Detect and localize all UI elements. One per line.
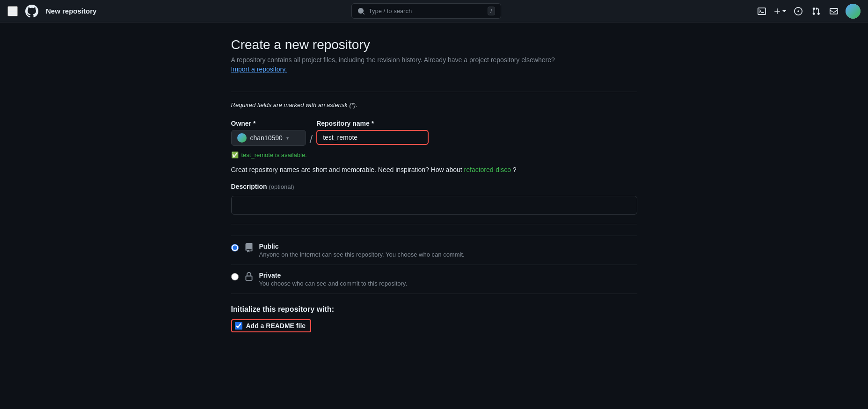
public-option: Public Anyone on the internet can see th…: [231, 236, 637, 265]
divider-2: [231, 224, 637, 224]
readme-label: Add a README file: [246, 322, 306, 330]
user-avatar[interactable]: [846, 4, 861, 19]
owner-value: chan10590: [250, 134, 283, 142]
readme-checkbox[interactable]: [235, 322, 242, 330]
private-option: Private You choose who can see and commi…: [231, 265, 637, 294]
issues-button[interactable]: [792, 5, 804, 17]
public-icon: [244, 243, 254, 255]
private-radio[interactable]: [231, 273, 239, 280]
page-subtitle: A repository contains all project files,…: [231, 56, 637, 64]
init-title: Initialize this repository with:: [231, 305, 637, 314]
import-link[interactable]: Import a repository.: [231, 65, 287, 73]
private-title: Private: [259, 272, 637, 279]
readme-highlight-box: Add a README file: [231, 319, 312, 332]
owner-avatar-img: [237, 133, 247, 143]
search-area: Type / to search /: [104, 3, 748, 19]
terminal-button[interactable]: [756, 5, 768, 17]
header: New repository Type / to search /: [0, 0, 868, 22]
available-text: test_remote is available.: [241, 151, 307, 158]
hamburger-button[interactable]: [7, 6, 18, 16]
private-icon: [244, 272, 254, 284]
public-title: Public: [259, 243, 637, 250]
public-content: Public Anyone on the internet can see th…: [259, 243, 637, 258]
main-content: Create a new repository A repository con…: [224, 0, 645, 360]
visibility-section: Public Anyone on the internet can see th…: [231, 236, 637, 294]
public-desc: Anyone on the internet can see this repo…: [259, 251, 637, 258]
plus-icon: [773, 7, 781, 15]
search-icon: [357, 7, 365, 15]
public-radio[interactable]: [231, 244, 239, 251]
inspiration-name[interactable]: refactored-disco: [464, 166, 511, 173]
availability-message: ✅ test_remote is available.: [231, 151, 637, 158]
divider-1: [231, 92, 637, 92]
description-group: Description (optional): [231, 183, 637, 215]
search-placeholder: Type / to search: [369, 7, 412, 14]
chevron-down-icon: ▾: [286, 136, 289, 141]
repo-name-group: Repository name *: [316, 120, 429, 145]
private-content: Private You choose who can see and commi…: [259, 272, 637, 287]
required-fields-note: Required fields are marked with an aster…: [231, 101, 637, 108]
repo-name-input[interactable]: [316, 130, 429, 145]
inspiration-text: Great repository names are short and mem…: [231, 166, 637, 173]
new-button[interactable]: [773, 7, 787, 15]
repo-name-label: Repository name *: [316, 120, 429, 127]
description-input[interactable]: [231, 196, 637, 215]
readme-row: Add a README file: [231, 319, 637, 332]
slash-divider: /: [310, 133, 313, 149]
pullrequest-button[interactable]: [810, 5, 822, 17]
github-logo[interactable]: [25, 5, 38, 18]
desc-label: Description (optional): [231, 183, 637, 190]
header-title: New repository: [46, 7, 96, 15]
header-actions: [756, 4, 861, 19]
search-box[interactable]: Type / to search /: [351, 3, 501, 19]
owner-label: Owner *: [231, 120, 306, 127]
search-shortcut: /: [488, 7, 495, 15]
desc-optional: (optional): [269, 183, 294, 190]
page-title: Create a new repository: [231, 37, 637, 52]
owner-repo-row: Owner * chan10590 ▾ / Repository name *: [231, 120, 637, 149]
owner-dropdown[interactable]: chan10590 ▾: [231, 130, 306, 146]
initialize-section: Initialize this repository with: Add a R…: [231, 305, 637, 332]
owner-group: Owner * chan10590 ▾: [231, 120, 306, 146]
inbox-button[interactable]: [828, 5, 840, 17]
private-desc: You choose who can see and commit to thi…: [259, 280, 637, 287]
chevron-down-icon: [782, 9, 787, 14]
available-icon: ✅: [231, 151, 239, 158]
